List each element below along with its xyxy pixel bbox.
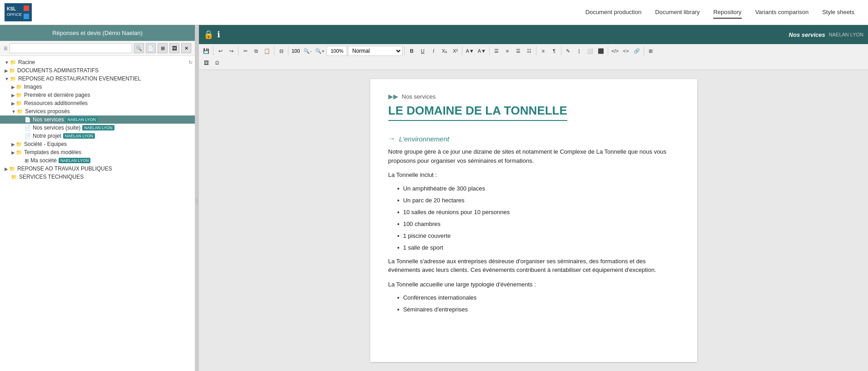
align-center-btn[interactable]: ≡	[502, 46, 512, 56]
doc-title-area: Nos services NAELAN LYON	[789, 31, 863, 38]
tree-item-ressources[interactable]: ▶ 📁 Ressources additionnelles	[0, 99, 195, 107]
collapse-services-proposes[interactable]: ▼	[11, 109, 16, 114]
tree-label-templates: Templates des modèles	[24, 149, 81, 155]
tree-item-docs-admin[interactable]: ▶ 📁 DOCUMENTS ADMINISTRATIFS	[0, 66, 195, 75]
undo-btn[interactable]: ↩	[215, 46, 225, 56]
lock-icon[interactable]: 🔒	[203, 30, 213, 40]
bullet-item-7: • Conférences internationales	[388, 294, 679, 301]
align-left-btn[interactable]: ☰	[491, 46, 501, 56]
tree-item-nos-services[interactable]: 📄 Nos services NAELAN LYON	[0, 115, 195, 124]
collapse-societe[interactable]: ▶	[11, 142, 15, 147]
code-btn[interactable]: </>	[610, 46, 620, 56]
subscript-btn[interactable]: X₂	[439, 46, 449, 56]
top-nav: KSL OFFICE Document production Document …	[0, 0, 868, 25]
font-color-btn[interactable]: A▼	[464, 46, 475, 56]
collapse-premiere[interactable]: ▶	[11, 93, 15, 98]
columns-btn[interactable]: ⊟	[276, 46, 286, 56]
doc-para-4: La Tonnelle accueille une large typologi…	[388, 280, 679, 289]
highlight-btn[interactable]: A▼	[476, 46, 487, 56]
sep2	[238, 46, 238, 55]
bold-btn[interactable]: B	[407, 46, 417, 56]
sep5	[404, 46, 405, 55]
tree-label-images: Images	[24, 84, 42, 90]
paragraph-btn[interactable]: ¶	[549, 46, 559, 56]
grid-icon-ma-societe: ⊞	[25, 158, 29, 164]
tree-item-reponse-travaux[interactable]: ▶ 📁 REPONSE AO TRAVAUX PUBLIQUES	[0, 165, 195, 173]
tree-item-images[interactable]: ▶ 📁 Images	[0, 83, 195, 91]
tree-item-ma-societe[interactable]: ⊞ Ma société NAELAN LYON	[0, 156, 195, 165]
collapse-travaux[interactable]: ▶	[5, 166, 8, 171]
badge-nos-services: NAELAN LYON	[66, 117, 98, 122]
omega-btn[interactable]: Ω	[212, 58, 222, 68]
nav-stylesheets[interactable]: Style sheets	[822, 6, 854, 19]
doc-header-title: Nos services	[789, 31, 825, 38]
collapse-templates[interactable]: ▶	[11, 150, 15, 155]
redo-btn[interactable]: ↪	[226, 46, 236, 56]
collapse-ressources[interactable]: ▶	[11, 101, 15, 106]
collapse-images[interactable]: ▶	[11, 85, 15, 90]
nav-repository[interactable]: Repository	[713, 6, 741, 19]
align-justify-btn[interactable]: ☷	[524, 46, 534, 56]
sidebar-image-view-btn[interactable]: 🖼	[169, 43, 179, 53]
cut-btn[interactable]: ✂	[240, 46, 250, 56]
collapse-root[interactable]: ▼	[5, 60, 9, 65]
sidebar-new-doc-btn[interactable]: 📄	[146, 43, 156, 53]
refresh-icon[interactable]: ↻	[188, 60, 193, 65]
tree-label-nos-services-suite: Nos services (suite)	[33, 125, 80, 131]
style-select[interactable]: Normal Heading 1 Heading 2 Heading 3	[348, 46, 402, 56]
info-icon[interactable]: ℹ	[217, 30, 220, 40]
doc-content[interactable]: ▶▶ Nos services LE DOMAINE DE LA TONNELL…	[199, 70, 868, 371]
paste-btn[interactable]: 📋	[262, 46, 272, 56]
tree-item-notre-projet[interactable]: 📄 Notre projet NAELAN LYON	[0, 132, 195, 140]
bullet-text-5: 1 piscine couverte	[403, 232, 451, 239]
nav-variants[interactable]: Variants comparison	[755, 6, 809, 19]
italic-btn[interactable]: I	[428, 46, 438, 56]
zoom-in-btn[interactable]: 🔍+	[314, 46, 326, 56]
resize-handle[interactable]	[195, 25, 199, 371]
tree-item-societe-equipes[interactable]: ▶ 📁 Société - Equipes	[0, 140, 195, 148]
sidebar-delete-btn[interactable]: ✕	[181, 43, 191, 53]
superscript-btn[interactable]: X²	[450, 46, 460, 56]
sep10	[608, 46, 608, 55]
sidebar-menu-icon[interactable]: ☰	[4, 46, 8, 51]
zoom-input[interactable]	[327, 46, 347, 56]
save-btn[interactable]: 💾	[201, 46, 211, 56]
tree-item-nos-services-suite[interactable]: 📄 Nos services (suite) NAELAN LYON	[0, 124, 195, 132]
svg-text:OFFICE: OFFICE	[7, 12, 22, 17]
insert-image-btn[interactable]: 🖼	[201, 58, 211, 68]
copy-btn[interactable]: ⧉	[251, 46, 261, 56]
doc-para-2: La Tonnelle inclut :	[388, 170, 679, 180]
main-layout: Réponses et devis (Démo Naelan) ☰ 🔍 📄 ⊞ …	[0, 25, 868, 371]
tree-item-premiere[interactable]: ▶ 📁 Première et dernière pages	[0, 91, 195, 99]
tree-item-reponse-ao[interactable]: ▼ 📁 REPONSE AO RESTAURATION EVENEMENTIEL	[0, 75, 195, 83]
nav-doc-library[interactable]: Document library	[655, 6, 699, 19]
toolbar-row1: 💾 ↩ ↪ ✂ ⧉ 📋 ⊟ 100 🔍- 🔍+ Normal Heading 1	[201, 45, 866, 57]
zoom-out-btn[interactable]: 🔍-	[302, 46, 313, 56]
edit-btn[interactable]: ✎	[563, 46, 573, 56]
divider-btn[interactable]: |	[574, 46, 584, 56]
collapse-docs-admin[interactable]: ▶	[5, 68, 8, 73]
underline-btn[interactable]: U	[417, 46, 427, 56]
link-btn[interactable]: 🔗	[632, 46, 642, 56]
tree-item-services-tech[interactable]: 📁 SERVICES TECHNIQUES	[0, 173, 195, 181]
tree-label-root: Racine	[18, 59, 35, 65]
tree-item-templates[interactable]: ▶ 📁 Templates des modèles	[0, 148, 195, 156]
doc-section-bar: ▶▶ Nos services	[388, 93, 679, 100]
border-btn[interactable]: ⬜	[585, 46, 595, 56]
sep9	[561, 46, 561, 55]
sidebar-search-btn[interactable]: 🔍	[134, 43, 144, 53]
tree-item-root[interactable]: ▼ 📁 Racine ↻	[0, 58, 195, 66]
table-btn[interactable]: ⊞	[646, 46, 656, 56]
sidebar-search-input[interactable]	[10, 43, 132, 53]
sidebar-grid-view-btn[interactable]: ⊞	[158, 43, 168, 53]
list-btn[interactable]: ≡	[538, 46, 548, 56]
folder-icon-root: 📁	[10, 60, 16, 65]
code2-btn[interactable]: <>	[621, 46, 631, 56]
align-right-btn[interactable]: ☰	[513, 46, 523, 56]
tree-label-travaux: REPONSE AO TRAVAUX PUBLIQUES	[17, 165, 112, 172]
collapse-reponse-ao[interactable]: ▼	[5, 76, 9, 81]
nav-doc-production[interactable]: Document production	[585, 6, 642, 19]
tree-item-services-proposes[interactable]: ▼ 📁 Services proposés	[0, 107, 195, 115]
insert-field-btn[interactable]: ⬛	[596, 46, 606, 56]
doc-header-icons: 🔒 ℹ	[203, 30, 220, 40]
